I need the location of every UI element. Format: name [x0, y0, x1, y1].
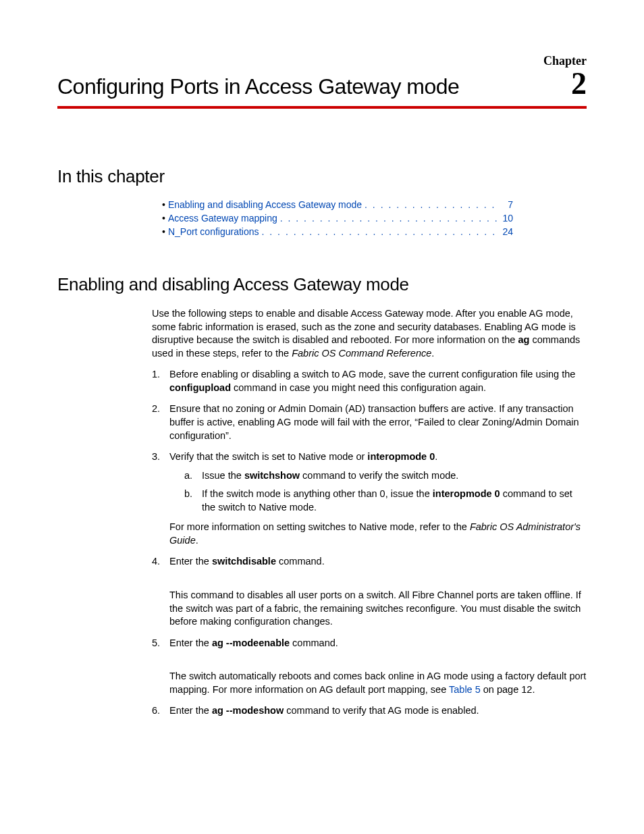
toc-link[interactable]: N_Port configurations: [168, 226, 259, 237]
step-body: Enter the ag ‑‑modeenable command. The s…: [169, 637, 587, 697]
text: Enter the: [169, 556, 212, 567]
text: .: [431, 348, 434, 359]
command-text: ag: [518, 334, 529, 345]
step-body: Ensure that no zoning or Admin Domain (A…: [169, 402, 587, 442]
text: If the switch mode is anything other tha…: [202, 488, 433, 499]
text: command in case you might need this conf…: [231, 382, 486, 393]
toc-row: • N_Port configurations . . . . . . . . …: [162, 226, 513, 237]
chapter-word: Chapter: [543, 54, 587, 68]
text: on page 12.: [481, 684, 535, 695]
step-item: 3. Verify that the switch is set to Nati…: [152, 450, 587, 547]
toc-heading: In this chapter: [57, 166, 587, 187]
text: command.: [276, 556, 325, 567]
step-number: 2.: [152, 402, 169, 442]
command-text: ag ‑‑modeenable: [212, 637, 290, 648]
substep-item: a. Issue the switchshow command to verif…: [184, 469, 587, 483]
chapter-number: 2: [571, 68, 587, 99]
text: Before enabling or disabling a switch to…: [169, 369, 575, 380]
chapter-title: Configuring Ports in Access Gateway mode: [57, 74, 459, 99]
doc-ref: Fabric OS Command Reference: [292, 348, 431, 359]
text: Enter the: [169, 637, 212, 648]
text: Verify that the switch is set to Native …: [169, 451, 367, 462]
bullet-icon: •: [162, 226, 165, 237]
substep-item: b. If the switch mode is anything other …: [184, 488, 587, 514]
step-item: 4. Enter the switchdisable command. This…: [152, 555, 587, 628]
step-number: 5.: [152, 637, 169, 697]
step-item: 5. Enter the ag ‑‑modeenable command. Th…: [152, 637, 587, 697]
text: command to verify that AG mode is enable…: [284, 705, 479, 716]
toc-row: • Enabling and disabling Access Gateway …: [162, 199, 513, 210]
text: Use the following steps to enable and di…: [152, 308, 576, 345]
command-text: interopmode 0: [367, 451, 435, 462]
toc-link[interactable]: Enabling and disabling Access Gateway mo…: [168, 199, 362, 210]
toc-page[interactable]: 7: [497, 199, 513, 210]
step-body: Enter the ag ‑‑modeshow command to verif…: [169, 704, 587, 718]
step-item: 6. Enter the ag ‑‑modeshow command to ve…: [152, 704, 587, 718]
toc-row: • Access Gateway mapping . . . . . . . .…: [162, 213, 513, 224]
chapter-label-block: Chapter: [57, 54, 587, 68]
chapter-header: Configuring Ports in Access Gateway mode…: [57, 68, 587, 109]
text: command.: [290, 637, 338, 648]
step-list: 1. Before enabling or disabling a switch…: [152, 368, 587, 718]
step-description: The switch automatically reboots and com…: [169, 670, 587, 696]
text: Ensure that no zoning or Admin Domain (A…: [169, 403, 579, 440]
command-text: switchdisable: [212, 556, 276, 567]
text: Enter the: [169, 705, 212, 716]
substep-number: a.: [184, 469, 202, 483]
substep-body: Issue the switchshow command to verify t…: [202, 469, 587, 483]
step-body: Before enabling or disabling a switch to…: [169, 368, 587, 394]
command-text: interopmode 0: [433, 488, 500, 499]
step-item: 1. Before enabling or disabling a switch…: [152, 368, 587, 394]
step-number: 4.: [152, 555, 169, 628]
toc-leader: . . . . . . . . . . . . . . . . . . . . …: [277, 213, 497, 224]
toc-leader: . . . . . . . . . . . . . . . . . . . . …: [259, 226, 497, 237]
text: .: [196, 535, 198, 546]
command-text: switchshow: [244, 470, 300, 481]
substep-number: b.: [184, 488, 202, 514]
text: Issue the: [202, 470, 244, 481]
bullet-icon: •: [162, 199, 165, 210]
step-body: Enter the switchdisable command. This co…: [169, 555, 587, 628]
section-heading: Enabling and disabling Access Gateway mo…: [57, 274, 587, 295]
intro-paragraph: Use the following steps to enable and di…: [152, 307, 587, 360]
substep-body: If the switch mode is anything other tha…: [202, 488, 587, 514]
text: For more information on setting switches…: [169, 521, 470, 532]
page: Chapter Configuring Ports in Access Gate…: [0, 0, 644, 834]
body-content: Use the following steps to enable and di…: [152, 307, 587, 718]
substep-list: a. Issue the switchshow command to verif…: [184, 469, 587, 515]
command-text: ag ‑‑modeshow: [212, 705, 284, 716]
toc-page[interactable]: 24: [497, 226, 513, 237]
step-item: 2. Ensure that no zoning or Admin Domain…: [152, 402, 587, 442]
step-number: 1.: [152, 368, 169, 394]
toc: • Enabling and disabling Access Gateway …: [162, 199, 587, 237]
bullet-icon: •: [162, 213, 165, 224]
command-text: configupload: [169, 382, 231, 393]
text: .: [435, 451, 437, 462]
step-note: For more information on setting switches…: [169, 521, 587, 547]
toc-page[interactable]: 10: [497, 213, 513, 224]
step-number: 3.: [152, 450, 169, 547]
text: command to verify the switch mode.: [300, 470, 458, 481]
step-number: 6.: [152, 704, 169, 718]
step-body: Verify that the switch is set to Native …: [169, 450, 587, 547]
toc-link[interactable]: Access Gateway mapping: [168, 213, 277, 224]
table-ref-link[interactable]: Table 5: [449, 684, 481, 695]
step-description: This command to disables all user ports …: [169, 589, 587, 629]
toc-leader: . . . . . . . . . . . . . . . . . . . . …: [362, 199, 497, 210]
